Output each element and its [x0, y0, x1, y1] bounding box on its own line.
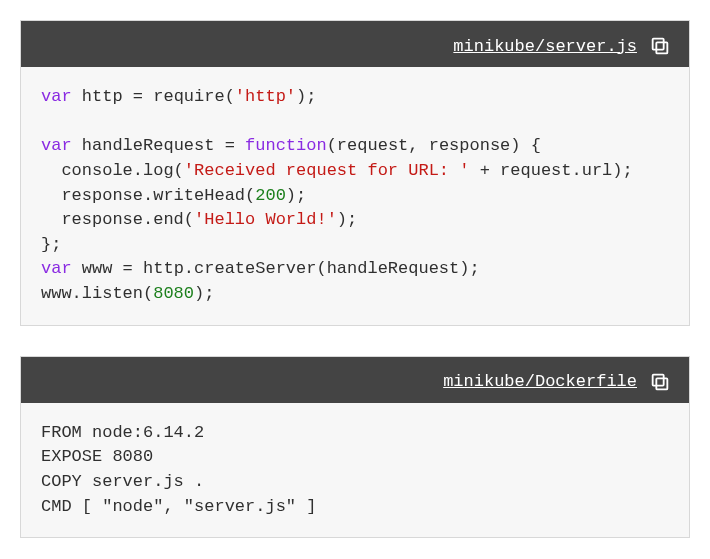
svg-rect-1 [653, 39, 664, 50]
code-token: function [245, 136, 327, 155]
code-token: console.log( [41, 161, 184, 180]
code-token: ); [337, 210, 357, 229]
code-token: http = require( [72, 87, 235, 106]
code-block: minikube/server.jsvar http = require('ht… [20, 20, 690, 326]
code-body: FROM node:6.14.2 EXPOSE 8080 COPY server… [21, 403, 689, 538]
code-token: www = http.createServer(handleRequest); [72, 259, 480, 278]
code-header: minikube/server.js [21, 21, 689, 67]
code-token: response.end( [41, 210, 194, 229]
svg-rect-2 [656, 378, 667, 389]
code-body: var http = require('http'); var handleRe… [21, 67, 689, 325]
code-token: var [41, 259, 72, 278]
svg-rect-3 [653, 374, 664, 385]
filename-link[interactable]: minikube/Dockerfile [443, 372, 637, 391]
code-token: www.listen( [41, 284, 153, 303]
copy-icon[interactable] [649, 371, 671, 393]
code-token: var [41, 136, 72, 155]
code-block: minikube/DockerfileFROM node:6.14.2 EXPO… [20, 356, 690, 539]
svg-rect-0 [656, 42, 667, 53]
code-token: + request.url); [469, 161, 632, 180]
code-token: FROM node:6.14.2 EXPOSE 8080 COPY server… [41, 423, 316, 516]
code-token: 'Hello World!' [194, 210, 337, 229]
code-token: 8080 [153, 284, 194, 303]
code-token: ); [194, 284, 214, 303]
code-token: }; [41, 235, 61, 254]
code-header: minikube/Dockerfile [21, 357, 689, 403]
code-token: 'Received request for URL: ' [184, 161, 470, 180]
code-token: var [41, 87, 72, 106]
code-token: 200 [255, 186, 286, 205]
code-token: ); [286, 186, 306, 205]
filename-link[interactable]: minikube/server.js [453, 37, 637, 56]
code-token: (request, response) { [327, 136, 541, 155]
code-token: handleRequest = [72, 136, 245, 155]
code-token: ); [296, 87, 316, 106]
code-token: 'http' [235, 87, 296, 106]
code-token: response.writeHead( [41, 186, 255, 205]
copy-icon[interactable] [649, 35, 671, 57]
